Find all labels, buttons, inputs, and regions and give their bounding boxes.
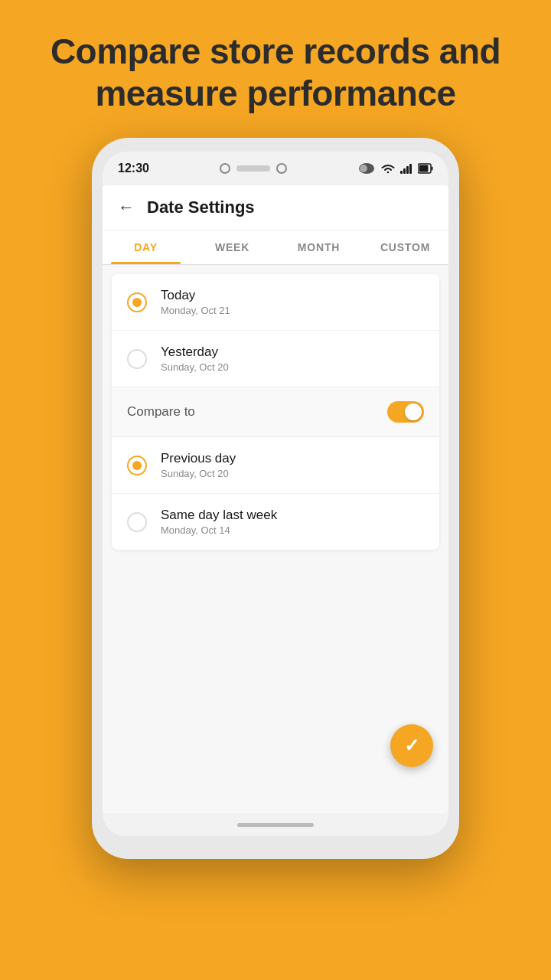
radio-same-week[interactable] [127, 512, 147, 532]
radio-inner-today [132, 298, 142, 307]
home-bar [237, 823, 314, 827]
date-options-card: Today Monday, Oct 21 Yesterday Sunday, O… [112, 274, 439, 550]
notch-pill [236, 165, 270, 172]
status-icons [357, 162, 433, 175]
back-button[interactable]: ← [118, 198, 135, 217]
phone-screen: ← Date Settings DAY WEEK MONTH CUSTOM To… [103, 185, 448, 813]
tab-month[interactable]: MONTH [276, 230, 362, 264]
option-same-week-sub: Monday, Oct 14 [161, 524, 277, 536]
wifi-icon [380, 162, 396, 175]
tab-day[interactable]: DAY [103, 230, 189, 264]
compare-to-row: Compare to [112, 387, 439, 437]
signal-icon [400, 163, 414, 174]
option-today[interactable]: Today Monday, Oct 21 [112, 274, 439, 331]
option-today-text: Today Monday, Oct 21 [161, 288, 230, 316]
option-today-sub: Monday, Oct 21 [161, 305, 230, 316]
notification-icon [357, 162, 376, 175]
option-prev-day-main: Previous day [161, 451, 236, 466]
option-prev-day-text: Previous day Sunday, Oct 20 [161, 451, 236, 479]
radio-yesterday[interactable] [127, 349, 147, 369]
svg-rect-3 [403, 168, 406, 174]
svg-rect-7 [419, 165, 428, 172]
option-same-week[interactable]: Same day last week Monday, Oct 14 [112, 494, 439, 550]
status-time: 12:30 [118, 162, 149, 175]
tabs-bar: DAY WEEK MONTH CUSTOM [103, 230, 448, 265]
option-yesterday-main: Yesterday [161, 345, 229, 360]
radio-inner-prev-day [132, 461, 142, 470]
hero-title: Compare store records and measure perfor… [0, 0, 551, 138]
radio-prev-day[interactable] [127, 456, 147, 475]
svg-rect-4 [406, 166, 409, 174]
phone-bottom [103, 813, 448, 836]
radio-today[interactable] [127, 292, 147, 312]
svg-rect-2 [400, 171, 403, 174]
camera-dot [220, 163, 230, 174]
option-prev-day-sub: Sunday, Oct 20 [161, 468, 236, 479]
svg-point-1 [360, 165, 367, 172]
compare-to-label: Compare to [127, 404, 195, 420]
option-prev-day[interactable]: Previous day Sunday, Oct 20 [112, 437, 439, 494]
option-same-week-text: Same day last week Monday, Oct 14 [161, 508, 277, 536]
notch-center [220, 163, 287, 174]
page-title: Date Settings [147, 198, 255, 217]
check-icon: ✓ [404, 735, 419, 756]
toggle-knob [405, 403, 422, 420]
tab-custom[interactable]: CUSTOM [362, 230, 448, 264]
battery-icon [418, 163, 433, 174]
sensor-dot [276, 163, 287, 174]
svg-rect-8 [431, 167, 432, 171]
app-bar: ← Date Settings [103, 185, 448, 230]
confirm-fab[interactable]: ✓ [390, 724, 433, 767]
option-today-main: Today [161, 288, 230, 303]
svg-rect-5 [409, 164, 412, 174]
tab-week[interactable]: WEEK [189, 230, 276, 264]
phone-mockup: 12:30 [92, 138, 459, 859]
option-yesterday-text: Yesterday Sunday, Oct 20 [161, 345, 229, 373]
option-yesterday-sub: Sunday, Oct 20 [161, 361, 229, 373]
option-same-week-main: Same day last week [161, 508, 277, 523]
option-yesterday[interactable]: Yesterday Sunday, Oct 20 [112, 331, 439, 387]
status-bar: 12:30 [103, 152, 448, 185]
compare-toggle[interactable] [387, 401, 424, 423]
